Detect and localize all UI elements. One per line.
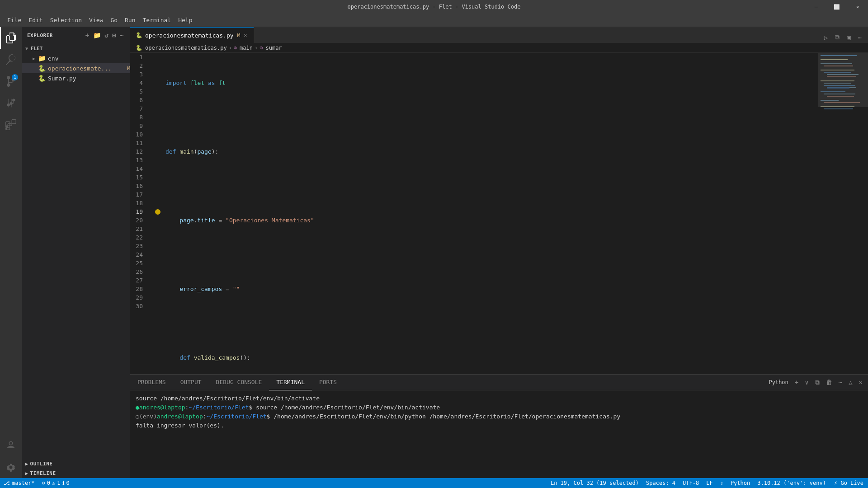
close-button[interactable]: ✕ <box>847 0 868 14</box>
tab-output[interactable]: OUTPUT <box>173 375 209 390</box>
tab-ports[interactable]: PORTS <box>312 375 344 390</box>
breadcrumb-main[interactable]: main <box>240 45 253 51</box>
menu-go[interactable]: Go <box>107 15 121 25</box>
ln23: 23 <box>130 242 148 250</box>
code-line-7: error_campos = "" <box>165 285 818 293</box>
new-file-icon[interactable]: + <box>85 31 90 40</box>
run-activity-icon[interactable] <box>0 92 22 114</box>
settings-icon[interactable] <box>0 456 22 478</box>
info-icon: ℹ <box>62 480 65 486</box>
more-actions-button[interactable]: ⋯ <box>855 32 864 43</box>
search-activity-icon[interactable] <box>0 49 22 70</box>
tree-env-folder[interactable]: ▶ 📁 env <box>22 53 130 63</box>
ln21: 21 <box>130 225 148 233</box>
outline-header[interactable]: ▶ OUTLINE <box>22 459 130 469</box>
python-version-status[interactable]: 3.10.12 ('env': venv) <box>754 478 830 488</box>
ln19: 19 <box>130 207 148 216</box>
spaces-status[interactable]: Spaces: 4 <box>642 478 679 488</box>
glyph3 <box>154 70 162 79</box>
go-live-button[interactable]: ⚡ Go Live <box>830 478 868 488</box>
tab-close-button[interactable]: ✕ <box>243 31 248 39</box>
new-terminal-btn[interactable]: + <box>793 378 800 387</box>
extensions-activity-icon[interactable] <box>0 114 22 136</box>
minimize-button[interactable]: ─ <box>806 0 826 14</box>
position-status[interactable]: Ln 19, Col 32 (19 selected) <box>547 478 642 488</box>
function-breadcrumb-icon: ⊕ <box>234 45 237 51</box>
language-status[interactable]: Python <box>727 478 754 488</box>
tab-problems[interactable]: PROBLEMS <box>130 375 173 390</box>
code-line-5: page.title = "Operaciones Matematicas" <box>165 216 818 225</box>
menu-run[interactable]: Run <box>121 15 139 25</box>
breadcrumb-sumar[interactable]: sumar <box>265 45 282 51</box>
status-left: ⎇ master* ⊘ 0 ⚠ 1 ℹ 0 <box>0 478 73 488</box>
new-folder-icon[interactable]: 📁 <box>92 31 102 40</box>
terminal-content[interactable]: source /home/andres/Escritorio/Flet/env/… <box>130 390 868 478</box>
sumar-label: Sumar.py <box>48 75 130 82</box>
terminal-more-btn[interactable]: ⋯ <box>837 378 844 387</box>
line-ending-label: LF <box>706 480 712 486</box>
menu-file[interactable]: File <box>4 15 25 25</box>
glyph1 <box>154 53 162 61</box>
more-actions-icon[interactable]: ⋯ <box>119 31 125 40</box>
tree-sumar-file[interactable]: ▶ 🐍 Sumar.py <box>22 73 130 83</box>
code-editor[interactable]: 1 2 3 4 5 6 7 8 9 10 11 12 13 14 15 16 1 <box>130 53 868 374</box>
minimap-viewport <box>818 53 868 107</box>
tab-operaciones[interactable]: 🐍 operacionesmatematicas.py M ✕ <box>130 27 254 43</box>
terminal-delete-btn[interactable]: 🗑 <box>824 378 834 387</box>
terminal-split-btn[interactable]: ⧉ <box>813 378 821 387</box>
terminal-line-2: ● andres@laptop : ~/Escritorio/Flet $ so… <box>136 403 863 412</box>
status-right: Ln 19, Col 32 (19 selected) Spaces: 4 UT… <box>547 478 868 488</box>
tree-operaciones-file[interactable]: ▶ 🐍 operacionesmate... M <box>22 63 130 73</box>
panel-maximize-btn[interactable]: △ <box>847 378 854 387</box>
terminal-dropdown-btn[interactable]: ∨ <box>803 378 810 387</box>
menu-help[interactable]: Help <box>175 15 196 25</box>
branch-icon: ⎇ <box>4 480 10 486</box>
split-editor-button[interactable]: ⧉ <box>832 32 842 43</box>
glyph14 <box>154 164 162 173</box>
errors-status[interactable]: ⊘ 0 ⚠ 1 ℹ 0 <box>38 478 73 488</box>
toggle-panel-button[interactable]: ▣ <box>844 32 853 43</box>
timeline-arrow: ▶ <box>25 471 28 476</box>
ln17: 17 <box>130 190 148 199</box>
panel-tab-actions: Python + ∨ ⧉ 🗑 ⋯ △ ✕ <box>767 378 868 387</box>
run-button[interactable]: ▷ <box>821 32 830 43</box>
title-bar: operacionesmatematicas.py - Flet - Visua… <box>0 0 868 14</box>
menu-view[interactable]: View <box>85 15 107 25</box>
ln27: 27 <box>130 276 148 285</box>
tab-debug-console[interactable]: DEBUG CONSOLE <box>209 375 269 390</box>
explorer-activity-icon[interactable] <box>0 27 22 49</box>
branch-status[interactable]: ⎇ master* <box>0 478 38 488</box>
tab-bar: 🐍 operacionesmatematicas.py M ✕ ▷ ⧉ ▣ ⋯ <box>130 27 868 43</box>
minimap <box>818 53 868 374</box>
tab-terminal[interactable]: TERMINAL <box>269 375 312 390</box>
menu-terminal[interactable]: Terminal <box>139 15 175 25</box>
user-prompt-green: andres@laptop <box>139 403 185 412</box>
menu-selection[interactable]: Selection <box>47 15 85 25</box>
ln20: 20 <box>130 216 148 225</box>
panel-close-btn[interactable]: ✕ <box>857 378 864 387</box>
source-control-activity-icon[interactable]: 1 <box>0 70 22 92</box>
timeline-header[interactable]: ▶ TIMELINE <box>22 469 130 478</box>
outline-label: OUTLINE <box>30 461 53 467</box>
refresh-icon[interactable]: ↺ <box>104 31 109 40</box>
kw-import: import <box>165 79 187 87</box>
error-count: 0 <box>47 480 50 486</box>
breadcrumb-file[interactable]: operacionesmatematicas.py <box>145 45 227 51</box>
glyph9 <box>154 122 162 130</box>
menu-edit[interactable]: Edit <box>25 15 46 25</box>
ln26: 26 <box>130 267 148 276</box>
code-content[interactable]: import flet as ft def main(page): page.t… <box>162 53 818 374</box>
encoding-status[interactable]: UTF-8 <box>679 478 703 488</box>
terminal-panel: PROBLEMS OUTPUT DEBUG CONSOLE TERMINAL P… <box>130 374 868 478</box>
status-bar: ⎇ master* ⊘ 0 ⚠ 1 ℹ 0 Ln 19, Col 32 (19 … <box>0 478 868 488</box>
restore-button[interactable]: ⬜ <box>826 0 847 14</box>
collapse-icon[interactable]: ⊟ <box>111 31 117 40</box>
ln15: 15 <box>130 173 148 182</box>
accounts-icon[interactable] <box>0 435 22 456</box>
window-title: operacionesmatematicas.py - Flet - Visua… <box>348 4 521 10</box>
tree-root[interactable]: ▼ FLET <box>22 43 130 53</box>
line-ending-status[interactable]: LF <box>703 478 716 488</box>
code-line-1: import flet as ft <box>165 79 818 87</box>
indent-icon-status[interactable]: ⇧ <box>717 478 727 488</box>
glyph13 <box>154 156 162 164</box>
